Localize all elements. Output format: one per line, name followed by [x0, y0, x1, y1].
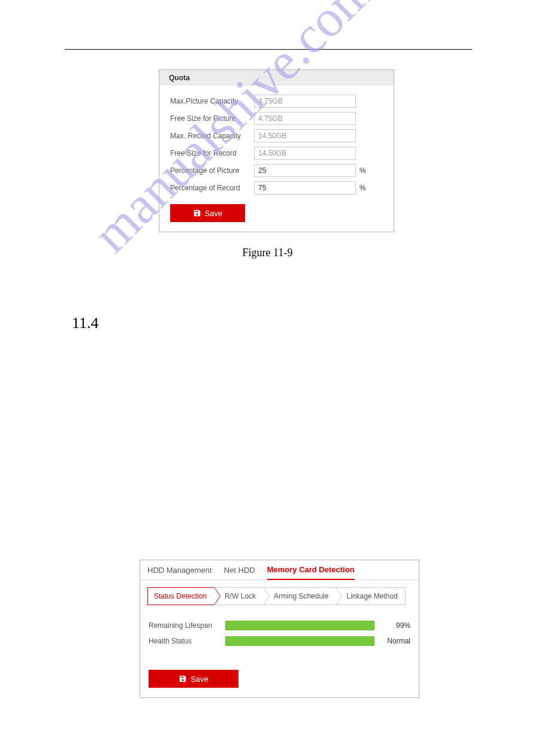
save-icon [179, 675, 187, 683]
quota-title: Quota [159, 70, 394, 86]
figure-caption: Figure 11-9 [0, 247, 535, 259]
tab-hdd-management[interactable]: HDD Management [147, 566, 212, 579]
status-value-health: Normal [379, 637, 410, 645]
quota-panel: Quota Max.Picture Capacity Free Size for… [159, 69, 394, 232]
quota-input-free-picture [254, 112, 356, 125]
card-save-button[interactable]: Save [149, 670, 238, 688]
quota-input-pct-picture[interactable] [254, 164, 356, 177]
tab-net-hdd[interactable]: Net HDD [224, 566, 255, 579]
progress-bar-health [225, 636, 374, 646]
save-icon [193, 209, 201, 217]
subtab-row: Status Detection R/W Lock Arming Schedul… [147, 587, 412, 605]
quota-label-pct-record: Percentage of Record [170, 184, 254, 192]
quota-label-max-record: Max. Record Capacity [170, 132, 254, 140]
quota-label-pct-picture: Percentage of Picture [170, 166, 254, 175]
subtab-linkage-method[interactable]: Linkage Method [335, 587, 405, 605]
card-save-label: Save [191, 675, 208, 684]
subtab-arming-schedule[interactable]: Arming Schedule [263, 587, 335, 605]
horizontal-rule [65, 49, 472, 50]
quota-unit-pct-record: % [359, 184, 366, 192]
quota-unit-pct-picture: % [359, 166, 366, 175]
quota-save-button[interactable]: Save [170, 204, 245, 222]
quota-label-free-record: Free Size for Record [170, 149, 254, 157]
quota-input-free-record [254, 147, 356, 160]
status-label-lifespan: Remaining Lifespan [149, 621, 225, 630]
status-value-lifespan: 99% [379, 621, 410, 630]
quota-label-max-picture: Max.Picture Capacity [170, 97, 254, 105]
quota-label-free-picture: Free Size for Picture [170, 114, 254, 123]
tab-memory-card-detection[interactable]: Memory Card Detection [267, 565, 355, 580]
progress-bar-lifespan [225, 621, 374, 630]
quota-input-max-picture [254, 95, 356, 108]
subtab-status-detection[interactable]: Status Detection [147, 587, 214, 605]
quota-input-pct-record[interactable] [254, 181, 356, 195]
section-number: 11.4 [72, 314, 99, 332]
card-tabs: HDD Management Net HDD Memory Card Detec… [140, 560, 419, 580]
quota-save-label: Save [205, 209, 223, 218]
status-label-health: Health Status [149, 637, 225, 645]
quota-input-max-record [254, 129, 356, 142]
subtab-rw-lock[interactable]: R/W Lock [214, 587, 263, 605]
card-detection-panel: HDD Management Net HDD Memory Card Detec… [140, 560, 419, 698]
